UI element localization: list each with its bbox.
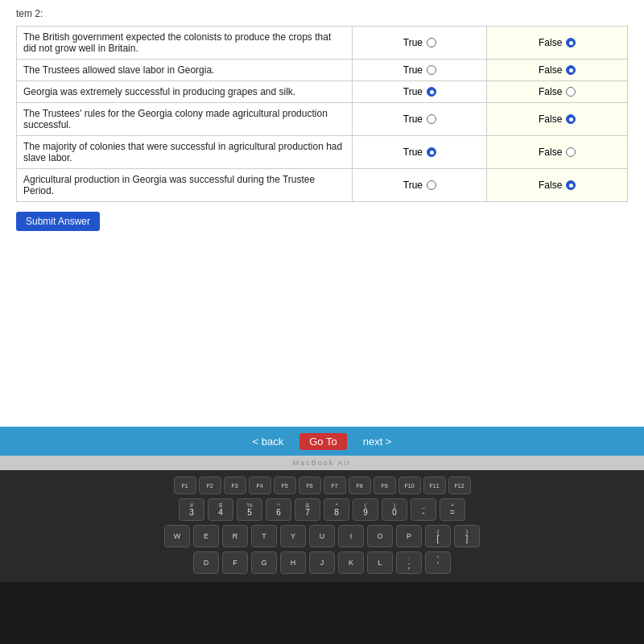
statement-0: The British government expected the colo… <box>17 27 353 60</box>
true-option-5[interactable]: True <box>353 169 487 202</box>
navigation-bar: < back Go To next > <box>0 427 644 456</box>
key-bracket-close[interactable]: }] <box>454 525 480 547</box>
qwerty-key-row: W E R T Y U I O P {[ }] <box>8 525 636 547</box>
key-f8[interactable]: F8 <box>349 477 371 494</box>
key-p[interactable]: P <box>396 525 422 547</box>
key-f10[interactable]: F10 <box>398 477 421 494</box>
key-0[interactable]: )0 <box>382 498 407 521</box>
key-e[interactable]: E <box>193 525 219 547</box>
key-o[interactable]: O <box>367 525 393 547</box>
false-radio-3[interactable] <box>566 114 576 124</box>
next-link[interactable]: next > <box>363 436 392 448</box>
submit-button[interactable]: Submit Answer <box>16 212 100 231</box>
true-radio-0[interactable] <box>427 38 436 47</box>
statement-4: The majority of colonies that were succe… <box>17 136 353 169</box>
goto-button[interactable]: Go To <box>299 433 346 450</box>
true-option-0[interactable]: True <box>353 27 487 60</box>
macbook-label: MacBook Air <box>0 456 644 470</box>
fn-key-row: F1 F2 F3 F4 F5 F6 F7 F8 F9 F10 F11 F12 <box>8 477 636 494</box>
false-option-0[interactable]: False <box>487 27 628 60</box>
key-f4[interactable]: F4 <box>249 477 271 494</box>
key-j[interactable]: J <box>309 551 335 574</box>
key-f[interactable]: F <box>222 551 248 574</box>
false-option-2[interactable]: False <box>487 81 628 103</box>
key-plus[interactable]: += <box>440 498 465 521</box>
key-w[interactable]: W <box>164 525 190 547</box>
number-key-row: #3 $4 %5 ^6 &7 *8 (9 )0 _- += <box>8 498 636 521</box>
true-option-2[interactable]: True <box>353 81 487 103</box>
key-y[interactable]: Y <box>280 525 306 547</box>
asdf-key-row: A S D F G H J K L :; "' <box>8 551 636 574</box>
false-radio-1[interactable] <box>566 65 576 75</box>
key-bracket-open[interactable]: {[ <box>425 525 451 547</box>
key-5[interactable]: %5 <box>237 498 262 521</box>
key-k[interactable]: K <box>338 551 364 574</box>
item-label: tem 2: <box>16 8 628 19</box>
key-f3[interactable]: F3 <box>224 477 246 494</box>
key-t[interactable]: T <box>251 525 277 547</box>
statement-2: Georgia was extremely successful in prod… <box>17 81 353 103</box>
key-l[interactable]: L <box>367 551 393 574</box>
key-f5[interactable]: F5 <box>274 477 296 494</box>
key-quote[interactable]: "' <box>425 551 451 574</box>
key-f7[interactable]: F7 <box>324 477 346 494</box>
true-option-3[interactable]: True <box>353 103 487 136</box>
true-radio-4[interactable] <box>427 147 436 157</box>
key-i[interactable]: I <box>338 525 364 547</box>
false-radio-0[interactable] <box>566 38 576 47</box>
key-h[interactable]: H <box>280 551 306 574</box>
false-radio-2[interactable] <box>566 87 576 97</box>
key-u[interactable]: U <box>309 525 335 547</box>
key-minus[interactable]: _- <box>411 498 436 521</box>
false-option-3[interactable]: False <box>487 103 628 136</box>
true-option-4[interactable]: True <box>353 136 487 169</box>
key-8[interactable]: *8 <box>324 498 349 521</box>
true-radio-1[interactable] <box>427 65 436 75</box>
key-f6[interactable]: F6 <box>299 477 321 494</box>
quiz-table: The British government expected the colo… <box>16 26 628 202</box>
key-f12[interactable]: F12 <box>448 477 471 494</box>
key-f11[interactable]: F11 <box>423 477 446 494</box>
statement-3: The Trustees' rules for the Georgia colo… <box>17 103 353 136</box>
false-radio-4[interactable] <box>566 147 576 157</box>
false-option-5[interactable]: False <box>487 169 628 202</box>
statement-5: Agricultural production in Georgia was s… <box>17 169 353 202</box>
false-option-1[interactable]: False <box>487 60 628 81</box>
key-f2[interactable]: F2 <box>199 477 221 494</box>
key-r[interactable]: R <box>222 525 248 547</box>
key-f1[interactable]: F1 <box>174 477 196 494</box>
true-option-1[interactable]: True <box>353 60 487 81</box>
key-semicolon[interactable]: :; <box>396 551 422 574</box>
back-link[interactable]: < back <box>253 436 284 448</box>
key-9[interactable]: (9 <box>353 498 378 521</box>
true-radio-2[interactable] <box>427 87 436 97</box>
key-3[interactable]: #3 <box>179 498 204 521</box>
statement-1: The Trustees allowed slave labor in Geor… <box>17 60 353 81</box>
key-f9[interactable]: F9 <box>374 477 396 494</box>
key-4[interactable]: $4 <box>208 498 233 521</box>
keyboard: F1 F2 F3 F4 F5 F6 F7 F8 F9 F10 F11 F12 #… <box>0 470 644 582</box>
false-radio-5[interactable] <box>566 180 576 190</box>
true-radio-5[interactable] <box>427 180 436 190</box>
true-radio-3[interactable] <box>427 114 436 124</box>
key-g[interactable]: G <box>251 551 277 574</box>
screen: tem 2: The British government expected t… <box>0 0 644 427</box>
key-7[interactable]: &7 <box>295 498 320 521</box>
false-option-4[interactable]: False <box>487 136 628 169</box>
key-6[interactable]: ^6 <box>266 498 291 521</box>
key-d[interactable]: D <box>193 551 219 574</box>
